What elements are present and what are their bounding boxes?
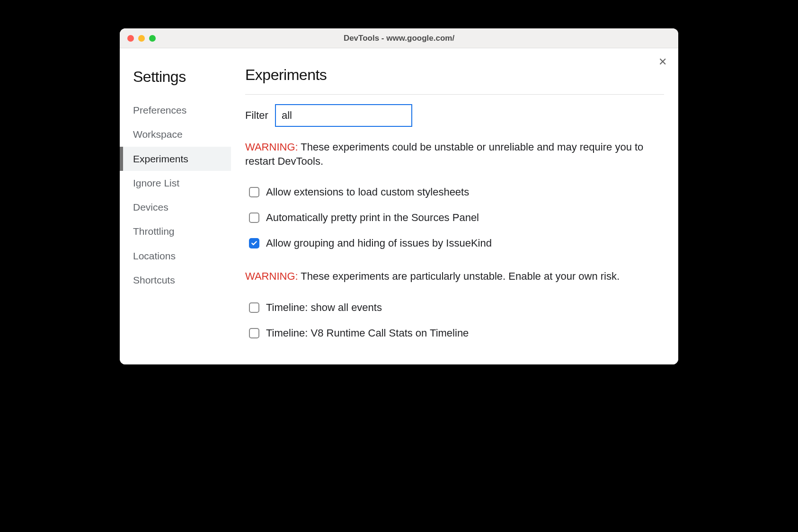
settings-sidebar: Settings Preferences Workspace Experimen…: [120, 48, 231, 364]
body-area: ✕ Settings Preferences Workspace Experim…: [120, 48, 678, 364]
experiment-label: Timeline: V8 Runtime Call Stats on Timel…: [266, 327, 469, 339]
warning-text: These experiments could be unstable or u…: [245, 141, 643, 167]
experiment-checkbox[interactable]: [249, 328, 259, 338]
page-heading: Experiments: [245, 66, 664, 84]
filter-row: Filter: [245, 104, 664, 127]
sidebar-item-preferences[interactable]: Preferences: [120, 98, 231, 122]
close-window-icon[interactable]: [127, 35, 134, 42]
warning-primary: WARNING: These experiments could be unst…: [245, 140, 664, 168]
devtools-window: DevTools - www.google.com/ ✕ Settings Pr…: [120, 28, 678, 364]
sidebar-item-devices[interactable]: Devices: [120, 195, 231, 219]
sidebar-item-locations[interactable]: Locations: [120, 244, 231, 268]
warning-text: These experiments are particularly unsta…: [298, 270, 620, 282]
experiment-label: Allow grouping and hiding of issues by I…: [266, 237, 492, 249]
experiment-label: Allow extensions to load custom styleshe…: [266, 186, 469, 198]
experiment-row: Automatically pretty print in the Source…: [245, 205, 664, 231]
experiment-row: Timeline: show all events: [245, 295, 664, 320]
sidebar-item-workspace[interactable]: Workspace: [120, 122, 231, 146]
experiment-checkbox[interactable]: [249, 302, 259, 313]
experiment-row: Allow extensions to load custom styleshe…: [245, 179, 664, 205]
warning-unstable: WARNING: These experiments are particula…: [245, 269, 664, 284]
main-panel: Experiments Filter WARNING: These experi…: [231, 48, 678, 364]
experiment-checkbox[interactable]: [249, 213, 259, 223]
traffic-lights: [120, 35, 156, 42]
maximize-window-icon[interactable]: [149, 35, 156, 42]
warning-prefix: WARNING:: [245, 270, 298, 282]
experiment-label: Timeline: show all events: [266, 301, 382, 314]
sidebar-item-experiments[interactable]: Experiments: [120, 147, 231, 171]
sidebar-item-shortcuts[interactable]: Shortcuts: [120, 268, 231, 292]
sidebar-title: Settings: [120, 68, 231, 86]
sidebar-item-throttling[interactable]: Throttling: [120, 219, 231, 243]
check-icon: [251, 240, 257, 247]
sidebar-item-ignore-list[interactable]: Ignore List: [120, 171, 231, 195]
heading-divider: [245, 94, 664, 95]
titlebar: DevTools - www.google.com/: [120, 28, 678, 48]
window-title: DevTools - www.google.com/: [344, 34, 454, 43]
minimize-window-icon[interactable]: [138, 35, 145, 42]
experiment-label: Automatically pretty print in the Source…: [266, 212, 479, 224]
experiment-checkbox[interactable]: [249, 238, 259, 248]
warning-prefix: WARNING:: [245, 141, 298, 153]
close-panel-button[interactable]: ✕: [658, 57, 667, 67]
filter-label: Filter: [245, 109, 268, 122]
experiment-checkbox[interactable]: [249, 187, 259, 197]
filter-input[interactable]: [275, 104, 412, 127]
experiment-row: Timeline: V8 Runtime Call Stats on Timel…: [245, 320, 664, 346]
experiment-row: Allow grouping and hiding of issues by I…: [245, 231, 664, 256]
